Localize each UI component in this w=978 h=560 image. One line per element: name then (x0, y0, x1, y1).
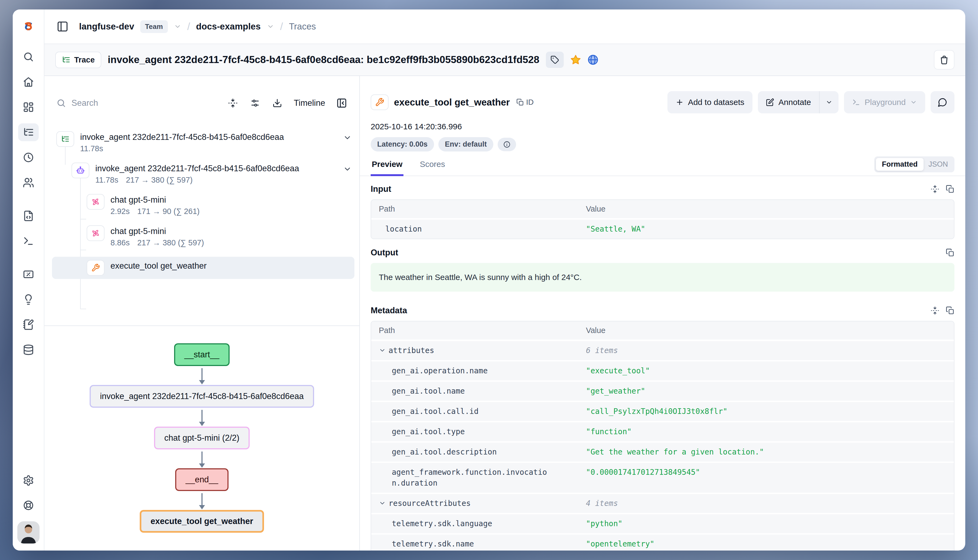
tab-scores[interactable]: Scores (419, 156, 446, 176)
table-row[interactable]: gen_ai.tool.name "get_weather" (371, 382, 954, 401)
sidebar-item-users[interactable] (18, 174, 39, 192)
annotate-dropdown-button[interactable] (819, 91, 839, 113)
table-row[interactable]: gen_ai.tool.call.id "call_PsylzxTpQh4i0O… (371, 402, 954, 421)
timeline-toggle-label[interactable]: Timeline (294, 98, 325, 108)
chevron-down-icon (828, 102, 831, 103)
metadata-value: 6 items (586, 345, 946, 356)
sidebar-item-sessions[interactable] (18, 148, 39, 167)
chevron-down-icon[interactable] (379, 345, 386, 354)
tree-row-agent-span[interactable]: invoke_agent 232de211-7fcf-45c8-b415-6af… (56, 163, 352, 185)
detail-actions: Add to datasets Annotate Playground (667, 91, 955, 113)
table-row[interactable]: gen_ai.tool.description "Get the weather… (371, 443, 954, 462)
sidebar-item-settings[interactable] (18, 472, 39, 489)
user-avatar[interactable] (17, 521, 40, 543)
sidebar-item-traces[interactable] (18, 123, 39, 141)
comments-button[interactable] (931, 91, 955, 113)
tree-row-tool-selected[interactable]: execute_tool get_weather (52, 257, 354, 279)
tree-connector (80, 250, 86, 250)
breadcrumb-section[interactable]: Traces (289, 22, 316, 32)
copy-input-button[interactable] (946, 185, 955, 193)
span-tree: invoke_agent 232de211-7fcf-45c8-b415-6af… (44, 119, 359, 288)
trace-badge-label: Trace (74, 55, 95, 64)
delete-trace-button[interactable] (934, 50, 955, 70)
sidebar-item-home[interactable] (18, 73, 39, 91)
collapse-chevron[interactable] (343, 131, 352, 142)
search-icon (56, 98, 66, 108)
collapse-all-button[interactable] (226, 96, 240, 110)
annotate-button[interactable]: Annotate (758, 91, 819, 113)
robot-icon (77, 167, 84, 173)
breadcrumb-org[interactable]: langfuse-dev (79, 22, 134, 32)
metadata-value: "get_weather" (586, 386, 946, 397)
copy-output-button[interactable] (946, 248, 955, 257)
graph-node-end[interactable]: __end__ (175, 468, 229, 491)
sidebar-toggle-button[interactable] (55, 19, 70, 34)
graph-node-execute-tool[interactable]: execute_tool get_weather (140, 510, 264, 533)
span-duration: 11.78s (80, 143, 103, 153)
langfuse-logo-icon (22, 20, 35, 33)
table-row-group[interactable]: resourceAttributes 4 items (371, 494, 954, 513)
sidebar-item-datasets[interactable] (18, 341, 39, 359)
breadcrumb-project[interactable]: docs-examples (196, 22, 261, 32)
public-globe-button[interactable] (588, 54, 599, 65)
bookmark-star-button[interactable] (570, 54, 581, 65)
sidebar-item-search[interactable] (18, 48, 39, 66)
table-row[interactable]: gen_ai.operation.name "execute_tool" (371, 362, 954, 380)
table-row-group[interactable]: attributes 6 items (371, 341, 954, 360)
metadata-path: gen_ai.tool.description (379, 447, 586, 457)
table-row[interactable]: location "Seattle, WA" (371, 220, 954, 238)
tree-settings-button[interactable] (248, 96, 262, 110)
annotate-button-group: Annotate (758, 91, 839, 113)
sidebar-item-judge[interactable] (18, 290, 39, 308)
tree-row-generation-2[interactable]: chat gpt-5-mini 8.86s 217 → 380 (∑ 597) (56, 225, 352, 248)
download-button[interactable] (270, 96, 284, 110)
tag-icon (551, 56, 558, 63)
chevron-down-icon[interactable] (379, 498, 386, 507)
tag-button[interactable] (546, 52, 564, 68)
add-to-datasets-button[interactable]: Add to datasets (667, 91, 752, 113)
info-badge[interactable] (498, 138, 516, 151)
sidebar-item-support[interactable] (18, 497, 39, 514)
tree-search[interactable] (56, 98, 218, 108)
format-formatted-option[interactable]: Formatted (876, 158, 924, 171)
chevron-down-icon[interactable] (267, 23, 274, 30)
table-row[interactable]: telemetry.sdk.language "python" (371, 514, 954, 533)
wrench-icon (376, 98, 383, 106)
tool-badge (371, 94, 389, 110)
table-row[interactable]: agent_framework.function.invocation.dura… (371, 463, 954, 493)
langfuse-logo[interactable] (13, 10, 44, 44)
graph-node-chat[interactable]: chat gpt-5-mini (2/2) (154, 427, 250, 449)
graph-node-start[interactable]: __start__ (174, 343, 230, 366)
tree-row-trace-root[interactable]: invoke_agent 232de211-7fcf-45c8-b415-6af… (56, 131, 352, 153)
table-row[interactable]: telemetry.sdk.name "opentelemetry" (371, 535, 954, 550)
sidebar-item-playground[interactable] (18, 232, 39, 250)
copy-metadata-button[interactable] (946, 306, 955, 315)
sidebar-item-prompts[interactable] (18, 207, 39, 225)
sidebar-item-annotation[interactable] (18, 316, 39, 333)
graph-node-invoke-agent[interactable]: invoke_agent 232de211-7fcf-45c8-b415-6af… (90, 385, 314, 408)
expand-section-button[interactable] (931, 306, 939, 315)
format-json-option[interactable]: JSON (924, 158, 953, 171)
collapse-chevron[interactable] (343, 163, 352, 173)
table-row[interactable]: gen_ai.tool.type "function" (371, 422, 954, 441)
collapse-panel-button[interactable] (334, 96, 349, 110)
tab-preview[interactable]: Preview (371, 156, 403, 176)
table-header-row: Path Value (371, 322, 954, 340)
column-path: Path (379, 326, 586, 335)
sidebar-item-evaluation[interactable] (18, 265, 39, 283)
search-input[interactable] (72, 98, 153, 108)
metadata-value: "call_PsylzxTpQh4i0OIJ3t0x8flr" (586, 406, 946, 417)
tree-row-body: chat gpt-5-mini 2.92s 171 → 90 (∑ 261) (110, 194, 352, 216)
detail-body[interactable]: Input Path Value location " (360, 176, 965, 550)
span-duration: 2.92s (110, 207, 130, 216)
chevron-down-icon[interactable] (174, 23, 181, 30)
copy-id-button[interactable]: ID (517, 98, 534, 107)
metadata-value: "python" (586, 518, 946, 529)
card-percent-icon (24, 271, 33, 278)
sidebar-item-dashboards[interactable] (18, 98, 39, 116)
metadata-path: resourceAttributes (389, 498, 471, 509)
playground-button[interactable]: Playground (844, 91, 925, 113)
span-tokens: 217 → 380 (∑ 597) (126, 175, 192, 185)
tree-row-generation-1[interactable]: chat gpt-5-mini 2.92s 171 → 90 (∑ 261) (56, 194, 352, 216)
expand-section-button[interactable] (931, 185, 939, 193)
